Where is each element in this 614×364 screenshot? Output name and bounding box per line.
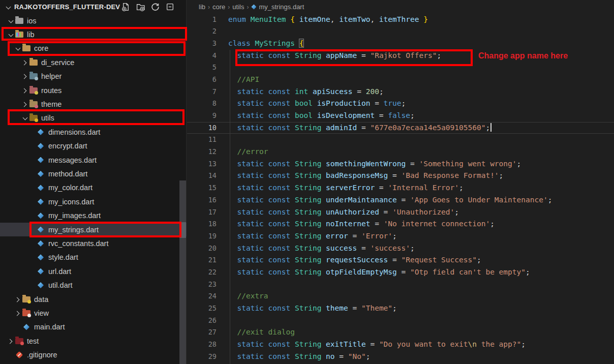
- code-line-28[interactable]: 28 static const String exitTitle = "Do y…: [187, 339, 614, 351]
- line-content: static const String noInternet = 'No int…: [217, 218, 495, 230]
- code-line-17[interactable]: 17 static const String unAuthorized = 'U…: [187, 206, 614, 219]
- breadcrumb-lib[interactable]: lib: [199, 3, 205, 11]
- code-line-25[interactable]: 25 static const String theme = "Theme";: [187, 302, 614, 315]
- tree-item-lib[interactable]: lib: [0, 27, 187, 41]
- sidebar-scrollbar-thumb[interactable]: [179, 222, 186, 238]
- code-line-22[interactable]: 22 static const String otpFieldEmptyMsg …: [187, 266, 614, 279]
- tree-item-my-icons-dart[interactable]: my_icons.dart: [0, 195, 187, 208]
- chevron-right-icon[interactable]: [21, 72, 29, 80]
- code-line-9[interactable]: 9 static const bool isDevelopment = fals…: [187, 110, 614, 122]
- breadcrumb-utils[interactable]: utils: [232, 3, 244, 11]
- f-tan-folder-icon: [29, 58, 38, 67]
- tree-item-data[interactable]: data: [0, 292, 187, 306]
- tree-item-utils[interactable]: utils: [0, 111, 187, 125]
- breadcrumb-file[interactable]: my_strings.dart: [259, 3, 304, 11]
- code-line-24[interactable]: 24 //extra: [187, 290, 614, 302]
- line-content: static const String badResponseMsg = 'Ba…: [217, 170, 503, 182]
- code-line-13[interactable]: 13 static const String somethingWentWron…: [187, 158, 614, 170]
- code-line-7[interactable]: 7 static const int apiSucess = 200;: [187, 86, 614, 98]
- new-folder-icon[interactable]: [135, 2, 145, 12]
- line-content: static const String unAuthorized = 'Unau…: [217, 206, 459, 219]
- code-line-5[interactable]: 5: [187, 62, 614, 74]
- tree-item-rvc-constants-dart[interactable]: rvc_constants.dart: [0, 236, 187, 250]
- tree-item-dimensions-dart[interactable]: dimensions.dart: [0, 125, 187, 139]
- code-area: 1enum MenuItem { itemOne, itemTwo, itemT…: [187, 14, 614, 363]
- code-line-11[interactable]: 11: [187, 134, 614, 146]
- line-number: 28: [187, 339, 217, 351]
- chevron-right-icon[interactable]: [21, 100, 29, 108]
- code-line-14[interactable]: 14 static const String badResponseMsg = …: [187, 170, 614, 182]
- tree-item-test[interactable]: test: [0, 334, 187, 348]
- line-number: 27: [187, 326, 217, 339]
- tree-item-messages-dart[interactable]: messages.dart: [0, 153, 187, 167]
- chevron-down-icon[interactable]: [7, 17, 15, 25]
- chevron-right-icon[interactable]: [7, 337, 15, 345]
- code-line-12[interactable]: 12 //error: [187, 146, 614, 158]
- tree-item-theme[interactable]: theme: [0, 97, 187, 111]
- code-line-1[interactable]: 1enum MenuItem { itemOne, itemTwo, itemT…: [187, 14, 614, 26]
- code-line-23[interactable]: 23: [187, 279, 614, 291]
- tree-item-style-dart[interactable]: style.dart: [0, 251, 187, 264]
- line-number: 10: [187, 122, 217, 134]
- tree-item-my-strings-dart[interactable]: my_strings.dart: [0, 223, 187, 236]
- tree-item-di-service[interactable]: di_service: [0, 55, 187, 69]
- code-line-20[interactable]: 20 static const String success = 'succes…: [187, 242, 614, 255]
- code-line-26[interactable]: 26: [187, 315, 614, 327]
- line-number: 8: [187, 98, 217, 110]
- tree-item-label: dimensions.dart: [48, 128, 100, 136]
- tree-item-view[interactable]: view: [0, 306, 187, 320]
- tree-item-encrypt-dart[interactable]: encrypt.dart: [0, 139, 187, 153]
- tree-item-method-dart[interactable]: method.dart: [0, 167, 187, 180]
- code-line-19[interactable]: 19 static const String error = 'Error';: [187, 230, 614, 242]
- chevron-right-icon[interactable]: [21, 86, 29, 95]
- tree-item-my-images-dart[interactable]: my_images.dart: [0, 208, 187, 222]
- tree-item-core[interactable]: core: [0, 42, 187, 55]
- code-line-8[interactable]: 8 static const bool isProduction = true;: [187, 98, 614, 110]
- code-line-16[interactable]: 16 static const String underMaintanance …: [187, 194, 614, 206]
- tree-item-ios[interactable]: ios: [0, 14, 187, 27]
- chevron-right-icon[interactable]: [21, 58, 29, 67]
- code-line-3[interactable]: 3class MyStrings {: [187, 38, 614, 50]
- line-number: 18: [187, 218, 217, 230]
- project-title[interactable]: RAJKOTOFFERS_FLUTTER-DEV: [14, 3, 120, 11]
- code-line-10[interactable]: 10 static const String adminId = "677e0a…: [187, 122, 614, 134]
- line-content: static const String error = 'Error';: [217, 230, 397, 242]
- chevron-right-icon[interactable]: [14, 309, 22, 317]
- tree-item-my-color-dart[interactable]: my_color.dart: [0, 181, 187, 195]
- chevron-down-icon[interactable]: [14, 44, 22, 52]
- code-line-2[interactable]: 2: [187, 25, 614, 38]
- line-content: //extra: [217, 290, 268, 302]
- tree-item-gitignore[interactable]: .gitignore: [0, 348, 187, 361]
- tree-item-routes[interactable]: routes: [0, 83, 187, 97]
- chevron-down-icon[interactable]: [21, 114, 29, 122]
- line-number: 7: [187, 86, 217, 98]
- chevron-down-icon[interactable]: [7, 31, 15, 39]
- sidebar-scrollbar[interactable]: [179, 180, 186, 364]
- line-number: 9: [187, 110, 217, 122]
- breadcrumb-core[interactable]: core: [212, 3, 225, 11]
- chevron-down-icon[interactable]: [4, 3, 12, 11]
- line-content: static const String success = 'success';: [217, 242, 415, 255]
- f-utils-folder-icon: [29, 114, 38, 122]
- tree-item-util-dart[interactable]: util.dart: [0, 278, 187, 292]
- tree-item-url-dart[interactable]: url.dart: [0, 264, 187, 278]
- code-line-6[interactable]: 6 //API: [187, 74, 614, 86]
- line-number: 16: [187, 194, 217, 206]
- tree-item-label: test: [27, 337, 39, 345]
- tree-item-label: ios: [27, 17, 37, 25]
- code-line-27[interactable]: 27 //exit dialog: [187, 326, 614, 339]
- code-line-15[interactable]: 15 static const String serverError = 'In…: [187, 182, 614, 194]
- code-line-18[interactable]: 18 static const String noInternet = 'No …: [187, 218, 614, 230]
- code-line-21[interactable]: 21 static const String requestSuccess = …: [187, 254, 614, 266]
- refresh-icon[interactable]: [150, 2, 160, 12]
- tree-item-label: url.dart: [48, 267, 71, 276]
- tree-item-helper[interactable]: helper: [0, 70, 187, 83]
- chevron-right-icon[interactable]: [14, 295, 22, 304]
- line-number: 21: [187, 254, 217, 266]
- new-file-icon[interactable]: [120, 2, 131, 12]
- dart-file-icon: [36, 170, 45, 178]
- collapse-all-icon[interactable]: [165, 2, 175, 12]
- line-number: 20: [187, 242, 217, 255]
- code-line-29[interactable]: 29 static const String no = "No";: [187, 351, 614, 363]
- tree-item-main-dart[interactable]: main.dart: [0, 320, 187, 334]
